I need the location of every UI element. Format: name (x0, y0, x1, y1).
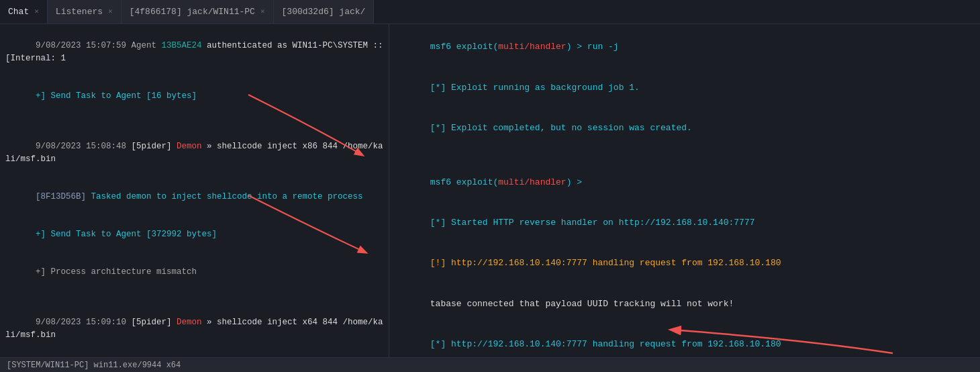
tab-jack1-close[interactable]: ✕ (260, 8, 265, 15)
tab-jack2[interactable]: [300d32d6] jack/ (274, 0, 375, 24)
left-panel[interactable]: 9/08/2023 15:07:59 Agent 13B5AE24 authen… (0, 24, 389, 357)
right-line-5: msf6 exploit(multi/handler) > (393, 162, 976, 202)
tab-chat[interactable]: Chat ✕ (0, 0, 48, 24)
right-line-3: [*] Exploit completed, but no session wa… (393, 108, 976, 148)
tab-jack1-label: [4f866178] jack/WIN11-PC (130, 7, 255, 17)
tab-jack2-label: [300d32d6] jack/ (282, 7, 366, 17)
tab-listeners[interactable]: Listeners ✕ (48, 0, 121, 24)
log-line-blank2 (0, 291, 389, 304)
log-line-8: [4905B3AE] Tasked demon to inject shellc… (0, 355, 389, 358)
tab-listeners-label: Listeners (56, 7, 103, 17)
tab-chat-label: Chat (8, 7, 29, 17)
tab-listeners-close[interactable]: ✕ (108, 8, 113, 15)
right-line-1: msf6 exploit(multi/handler) > run -j (393, 27, 976, 67)
right-line-4 (393, 148, 976, 162)
right-line-9: [*] http://192.168.10.140:7777 handling … (393, 324, 976, 357)
log-line-blank1 (0, 115, 389, 128)
right-line-6: [*] Started HTTP reverse handler on http… (393, 203, 976, 243)
right-line-7: [!] http://192.168.10.140:7777 handling … (393, 243, 976, 283)
log-line-3: 9/08/2023 15:08:48 [5pider] Demon » shel… (0, 128, 389, 178)
tab-bar: Chat ✕ Listeners ✕ [4f866178] jack/WIN11… (0, 0, 980, 24)
right-panel[interactable]: msf6 exploit(multi/handler) > run -j [*]… (389, 24, 980, 357)
log-line-5: +] Send Task to Agent [372992 bytes] (0, 216, 389, 253)
log-line-7: 9/08/2023 15:09:10 [5pider] Demon » shel… (0, 304, 389, 355)
status-bar: [SYSTEM/WIN11-PC] win11.exe/9944 x64 (0, 357, 980, 372)
tab-chat-close[interactable]: ✕ (34, 8, 39, 15)
tab-jack1[interactable]: [4f866178] jack/WIN11-PC ✕ (121, 0, 274, 24)
right-line-2: [*] Exploit running as background job 1. (393, 67, 976, 107)
log-line-4: [8F13D56B] Tasked demon to inject shellc… (0, 178, 389, 216)
log-line-2: +] Send Task to Agent [16 bytes] (0, 77, 389, 115)
status-text: [SYSTEM/WIN11-PC] win11.exe/9944 x64 (7, 361, 181, 370)
log-line-6: +] Process architecture mismatch (0, 254, 389, 291)
log-line-1: 9/08/2023 15:07:59 Agent 13B5AE24 authen… (0, 27, 389, 77)
main-layout: 9/08/2023 15:07:59 Agent 13B5AE24 authen… (0, 24, 980, 357)
right-line-8: tabase connected that payload UUID track… (393, 284, 976, 324)
